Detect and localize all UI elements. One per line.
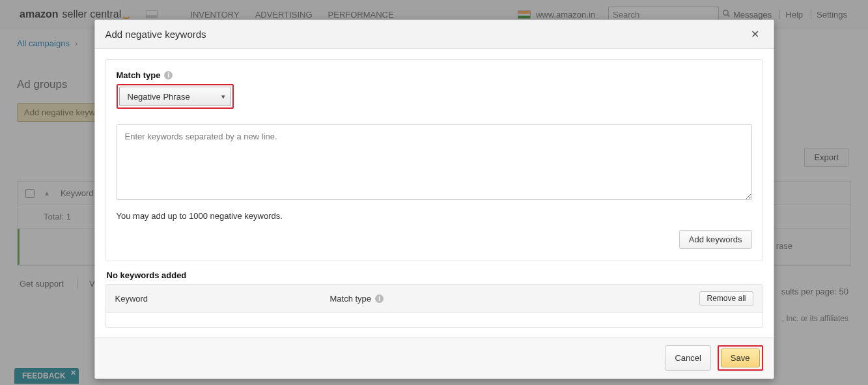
save-button-highlight: Save	[718, 345, 763, 371]
added-keywords-header: Keyword Match type i Remove all	[106, 285, 763, 313]
added-keywords-body	[106, 313, 763, 327]
match-type-label-row: Match type i	[117, 70, 752, 80]
remove-all-button[interactable]: Remove all	[699, 291, 753, 306]
match-type-value: Negative Phrase	[125, 92, 221, 102]
info-icon[interactable]: i	[375, 294, 384, 303]
keywords-textarea[interactable]	[117, 124, 752, 200]
save-button[interactable]: Save	[721, 349, 760, 367]
chevron-down-icon: ▾	[221, 93, 225, 101]
info-icon[interactable]: i	[164, 71, 173, 79]
column-keyword: Keyword	[115, 294, 330, 304]
modal-overlay: Add negative keywords ✕ Match type i Neg…	[0, 0, 868, 385]
match-type-label: Match type	[117, 70, 161, 80]
modal-header: Add negative keywords ✕	[95, 20, 774, 49]
keywords-entry-panel: Match type i Negative Phrase ▾ You may a…	[105, 59, 763, 261]
keywords-hint: You may add up to 1000 negative keywords…	[117, 211, 752, 221]
added-keywords-table: Keyword Match type i Remove all	[105, 284, 763, 328]
add-negative-keywords-modal: Add negative keywords ✕ Match type i Neg…	[94, 20, 774, 379]
modal-close-button[interactable]: ✕	[747, 27, 763, 42]
no-keywords-heading: No keywords added	[107, 270, 762, 280]
match-type-highlight: Negative Phrase ▾	[117, 84, 234, 109]
modal-footer: Cancel Save	[95, 337, 774, 378]
modal-title: Add negative keywords	[105, 29, 206, 40]
match-type-select[interactable]: Negative Phrase ▾	[119, 87, 231, 106]
cancel-button[interactable]: Cancel	[665, 345, 710, 371]
column-match-type: Match type i	[330, 294, 700, 304]
add-keywords-button[interactable]: Add keywords	[679, 230, 752, 249]
